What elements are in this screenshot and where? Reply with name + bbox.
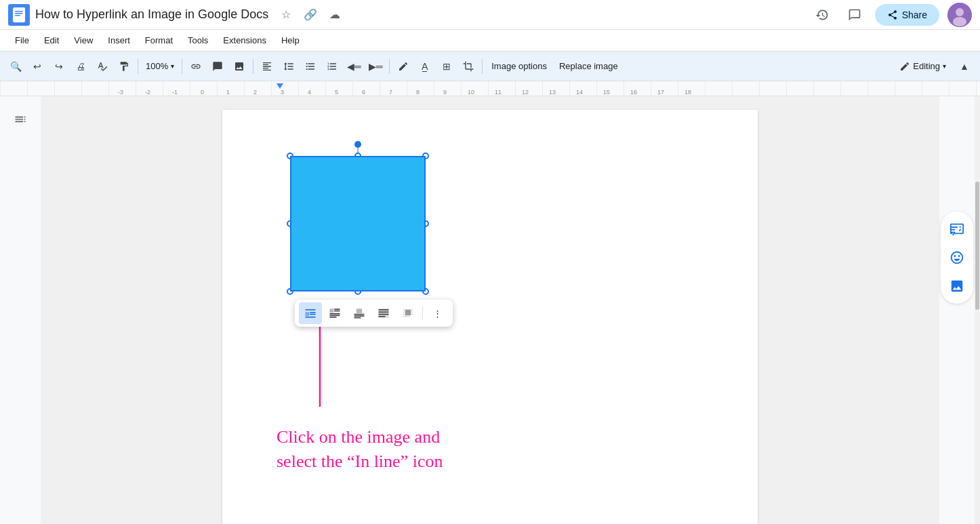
ruler-number: 4 [308,89,311,96]
doc-area[interactable]: ⋮ Click on the image and select the “In … [41,96,939,524]
zoom-select[interactable]: 100% ▾ [142,57,178,76]
annotation-line1: Click on the image and [277,425,443,449]
collapse-btn[interactable]: ▲ [954,56,975,77]
editing-label: Editing [913,61,940,71]
history-icon[interactable]: 🔗 [301,5,320,24]
ruler-number: 0 [201,89,204,96]
editing-chevron: ▾ [943,62,946,70]
history-btn[interactable] [810,3,834,27]
menu-tools[interactable]: Tools [181,33,215,48]
comments-btn[interactable] [842,3,867,27]
image-btn[interactable] [229,56,249,77]
crop-btn[interactable] [458,56,478,77]
star-icon[interactable]: ☆ [277,5,295,24]
ruler-number: 10 [468,89,474,96]
scroll-thumb[interactable] [975,182,979,310]
search-btn[interactable]: 🔍 [5,56,26,77]
ruler-number: 15 [603,89,610,96]
menu-extensions[interactable]: Extensions [216,33,273,48]
ruler-number: 3 [281,89,284,96]
ruler-number: 13 [549,89,556,96]
spellcheck-btn[interactable] [92,56,113,77]
border-btn[interactable]: ⊞ [436,56,457,77]
svg-rect-32 [405,310,411,315]
replace-image-label: Replace image [559,61,618,71]
avatar[interactable] [947,3,972,27]
toolbar: 🔍 ↩ ↪ 🖨 100% ▾ ◀═ ▶═ A̲ ⊞ [0,52,980,81]
cloud-icon[interactable]: ☁ [325,5,344,24]
document-page: ⋮ Click on the image and select the “In … [222,110,758,524]
comment-btn[interactable] [207,56,228,77]
ruler-number: 1 [226,89,230,96]
menu-view[interactable]: View [67,33,100,48]
numbered-list-btn[interactable] [322,56,342,77]
highlight-btn[interactable]: A̲ [415,56,435,77]
ruler-number: -1 [172,89,178,96]
img-wrap-text-btn[interactable] [323,302,346,324]
image-options-label: Image options [491,61,547,71]
svg-rect-12 [306,317,316,318]
svg-rect-9 [306,312,310,316]
menu-help[interactable]: Help [274,33,306,48]
svg-rect-3 [15,13,23,14]
ruler-number: 8 [416,89,420,96]
indent-increase-btn[interactable]: ▶═ [365,56,386,77]
line-spacing-btn[interactable] [279,56,299,77]
format-paint-btn[interactable] [114,56,134,77]
ruler-number: 17 [657,89,664,96]
print-btn[interactable]: 🖨 [70,56,91,77]
svg-rect-26 [379,314,389,315]
add-comment-btn[interactable] [945,217,969,241]
svg-rect-20 [354,314,365,315]
share-button[interactable]: Share [875,4,939,26]
selected-image[interactable] [290,156,426,291]
svg-rect-10 [310,312,315,313]
ruler-number: 6 [362,89,365,96]
menu-edit[interactable]: Edit [37,33,66,48]
undo-btn[interactable]: ↩ [27,56,47,77]
add-emoji-btn[interactable] [945,245,969,270]
ruler-number: 9 [443,89,447,96]
add-image-btn[interactable] [945,274,969,298]
editing-toggle[interactable]: Editing ▾ [893,58,953,75]
link-btn[interactable] [186,56,206,77]
ruler-number: 14 [576,89,583,96]
sep5 [482,59,483,74]
indent-decrease-btn[interactable]: ◀═ [344,56,364,77]
ruler-number: 18 [685,89,691,96]
img-behind-text-btn[interactable] [372,302,395,324]
title-bar: How to Hyperlink an Image in Google Docs… [0,0,980,30]
ruler-number: 11 [495,89,502,96]
ruler-tab [277,83,283,89]
img-more-btn[interactable]: ⋮ [426,302,449,324]
redo-btn[interactable]: ↪ [49,56,69,77]
svg-rect-22 [354,317,361,319]
img-inline-btn[interactable] [299,302,322,324]
right-scrollbar[interactable] [975,96,980,524]
main-area: ⋮ Click on the image and select the “In … [0,96,980,524]
annotation-line2: select the “In line” icon [277,449,443,474]
right-panel [939,96,975,524]
ruler-number: 2 [253,89,257,96]
sep4 [389,59,390,74]
image-container[interactable] [290,156,426,291]
svg-rect-18 [330,317,337,318]
list-btn[interactable] [300,56,321,77]
share-label: Share [902,9,927,20]
replace-image-btn[interactable]: Replace image [554,57,624,76]
menu-format[interactable]: Format [138,33,180,48]
outline-icon[interactable] [8,107,33,132]
svg-rect-27 [379,316,386,317]
svg-rect-21 [354,315,365,317]
svg-rect-8 [306,309,316,310]
img-break-text-btn[interactable] [348,302,371,324]
menu-insert[interactable]: Insert [101,33,137,48]
image-options-btn[interactable]: Image options [486,57,552,76]
menu-file[interactable]: File [8,33,36,48]
align-btn[interactable] [257,56,277,77]
rotation-handle[interactable] [354,141,361,148]
svg-rect-24 [379,309,389,310]
img-in-front-btn[interactable] [396,302,420,324]
ruler-number: 5 [335,89,338,96]
pen-color-btn[interactable] [393,56,413,77]
